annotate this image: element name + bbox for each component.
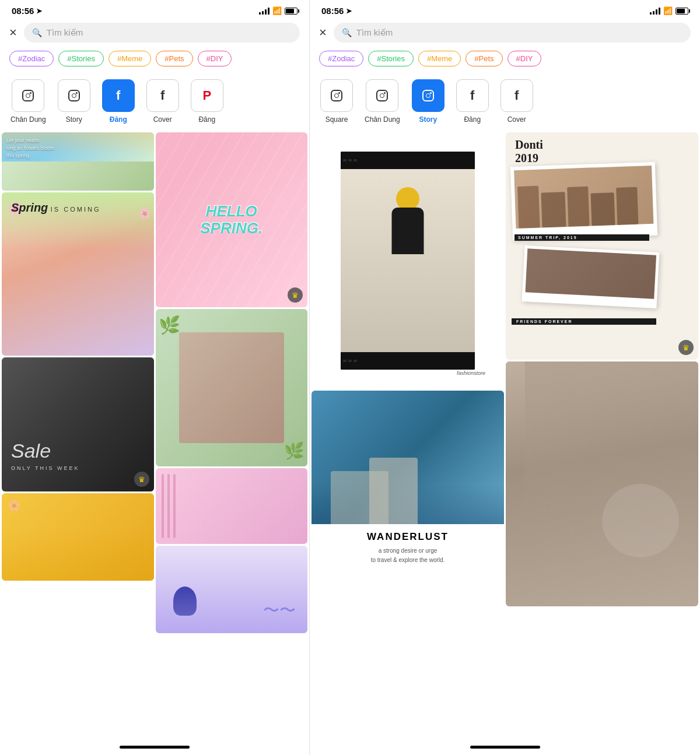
wanderlust-item[interactable]: WANDERLUST a strong desire or urgeto tra… — [312, 391, 504, 606]
status-bar-left: 08:56 ➤ 📶 — [0, 0, 309, 19]
col2-right: Donti2019 — [506, 132, 698, 737]
cat-cover-right[interactable]: f Cover — [495, 76, 539, 127]
hashtag-row-left: #Zodiac #Stories #Meme #Pets #DIY — [0, 47, 309, 70]
location-arrow-left: ➤ — [36, 7, 42, 15]
time-right: 08:56 — [321, 6, 344, 16]
cat-icon-dang-pt-left: P — [191, 79, 223, 112]
premium-badge-sale: ♛ — [134, 472, 149, 487]
hashtag-meme-right[interactable]: #Meme — [418, 51, 461, 66]
cat-icon-dang-right: f — [456, 79, 489, 112]
cat-label-dang-fb-left: Đăng — [110, 115, 127, 124]
cat-story-left[interactable]: Story — [52, 76, 96, 127]
cat-story-right[interactable]: Story — [406, 76, 450, 127]
home-indicator-right — [310, 739, 700, 755]
category-nav-right: Square Chân Dung Story — [310, 70, 700, 131]
close-button-left[interactable]: × — [9, 26, 17, 39]
cat-icon-chandung-right — [366, 79, 398, 112]
status-bar-right: 08:56 ➤ 📶 — [310, 0, 700, 19]
cat-icon-square-right — [320, 79, 353, 112]
content-grid-left: Let your heartssing as flowers bloomthis… — [0, 131, 309, 739]
premium-badge-hellospring: ♛ — [288, 287, 303, 303]
cat-icon-cover-right: f — [501, 79, 533, 112]
home-bar-left — [120, 746, 190, 749]
cat-label-dang-right: Đăng — [464, 115, 481, 124]
cat-chandung-right[interactable]: Chân Dung — [359, 76, 406, 127]
hashtag-zodiac-right[interactable]: #Zodiac — [319, 51, 363, 66]
cat-icon-chandung-left — [12, 79, 44, 112]
polaroid-collage-item[interactable]: Donti2019 — [506, 132, 698, 360]
cat-label-story-right: Story — [419, 115, 437, 124]
close-button-right[interactable]: × — [319, 26, 327, 39]
hashtag-diy-right[interactable]: #DIY — [508, 51, 542, 66]
spring-banner-item[interactable]: Let your heartssing as flowers bloomthis… — [2, 132, 154, 191]
yellow-family-item[interactable]: 🌸 — [2, 493, 154, 581]
status-time-right: 08:56 ➤ — [321, 6, 352, 16]
search-icon-right: 🔍 — [342, 28, 352, 37]
hashtag-zodiac-left[interactable]: #Zodiac — [9, 51, 54, 66]
portrait-bw-item[interactable]: fashionstore — [312, 132, 504, 389]
green-nature-item[interactable]: 🌿 🌿 — [156, 309, 308, 466]
wanderlust-title: WANDERLUST — [318, 531, 497, 543]
sale-item[interactable]: Sale ONLY THIS WEEK ♛ — [2, 357, 154, 491]
home-bar-right — [470, 746, 540, 749]
battery-right — [676, 8, 688, 15]
hashtag-diy-left[interactable]: #DIY — [198, 51, 232, 66]
wanderlust-subtitle: a strong desire or urgeto travel & explo… — [318, 546, 497, 565]
hashtag-row-right: #Zodiac #Stories #Meme #Pets #DIY — [310, 47, 700, 70]
battery-left — [285, 8, 298, 15]
hello-spring-item[interactable]: HELLOSPRING. ♛ — [156, 132, 308, 307]
wedding-item[interactable] — [506, 361, 698, 606]
category-nav-left: Chân Dung Story f Đăng f Cover — [0, 70, 309, 131]
search-row-left: × 🔍 Tìm kiếm — [0, 19, 309, 47]
cat-label-square-right: Square — [326, 115, 348, 124]
time-left: 08:56 — [12, 6, 34, 16]
wifi-left: 📶 — [272, 6, 282, 15]
signal-right — [650, 8, 660, 15]
cat-dang-right[interactable]: f Đăng — [450, 76, 495, 127]
search-row-right: × 🔍 Tìm kiếm — [310, 19, 700, 47]
search-icon-left: 🔍 — [32, 28, 42, 37]
cat-label-cover-left: Cover — [153, 115, 172, 124]
pink-wavy-item[interactable] — [156, 468, 308, 544]
search-bar-left[interactable]: 🔍 Tìm kiếm — [24, 23, 300, 43]
status-icons-left: 📶 — [259, 6, 298, 15]
status-time-left: 08:56 ➤ — [12, 6, 42, 16]
spring-portrait-item[interactable]: 🌸 🌸 Spring IS COMING — [2, 192, 154, 356]
right-panel: 08:56 ➤ 📶 × 🔍 Tìm kiếm #Zodiac #Stories … — [309, 0, 700, 755]
cat-icon-dang-fb-left: f — [102, 79, 135, 112]
home-indicator-left — [0, 739, 309, 755]
left-panel: 08:56 ➤ 📶 × 🔍 Tìm kiếm #Zodiac #Stories … — [0, 0, 309, 755]
col2-left: HELLOSPRING. ♛ 🌿 🌿 — [156, 132, 308, 737]
cat-dang-pt-left[interactable]: P Đăng — [185, 76, 229, 127]
location-arrow-right: ➤ — [346, 7, 352, 15]
search-placeholder-left: Tìm kiếm — [47, 27, 83, 38]
cat-cover-left[interactable]: f Cover — [141, 76, 185, 127]
content-grid-right: fashionstore WANDERLUST a strong desire … — [310, 131, 700, 739]
cat-icon-story-left — [58, 79, 90, 112]
cat-label-chandung-left: Chân Dung — [10, 115, 46, 124]
cat-chandung-left[interactable]: Chân Dung — [5, 76, 52, 127]
hashtag-stories-left[interactable]: #Stories — [58, 51, 104, 66]
wifi-right: 📶 — [663, 6, 673, 15]
signal-left — [259, 8, 270, 15]
cat-label-chandung-right: Chân Dung — [365, 115, 400, 124]
hashtag-stories-right[interactable]: #Stories — [368, 51, 414, 66]
hashtag-pets-left[interactable]: #Pets — [156, 51, 192, 66]
cat-square-right[interactable]: Square — [314, 76, 359, 127]
hashtag-pets-right[interactable]: #Pets — [466, 51, 502, 66]
search-bar-right[interactable]: 🔍 Tìm kiếm — [334, 23, 691, 43]
cat-label-story-left: Story — [66, 115, 82, 124]
hashtag-meme-left[interactable]: #Meme — [108, 51, 151, 66]
col1-right: fashionstore WANDERLUST a strong desire … — [312, 132, 504, 737]
cat-icon-story-right — [412, 79, 444, 112]
blue-wavy-item[interactable]: 〜〜 — [156, 546, 308, 633]
cat-dang-fb-left[interactable]: f Đăng — [96, 76, 141, 127]
cat-label-dang-pt-left: Đăng — [198, 115, 215, 124]
status-icons-right: 📶 — [650, 6, 688, 15]
cat-label-cover-right: Cover — [508, 115, 526, 124]
search-placeholder-right: Tìm kiếm — [356, 27, 393, 38]
col1-left: Let your heartssing as flowers bloomthis… — [2, 132, 154, 737]
cat-icon-cover-left: f — [146, 79, 179, 112]
premium-badge-collage: ♛ — [678, 340, 694, 355]
